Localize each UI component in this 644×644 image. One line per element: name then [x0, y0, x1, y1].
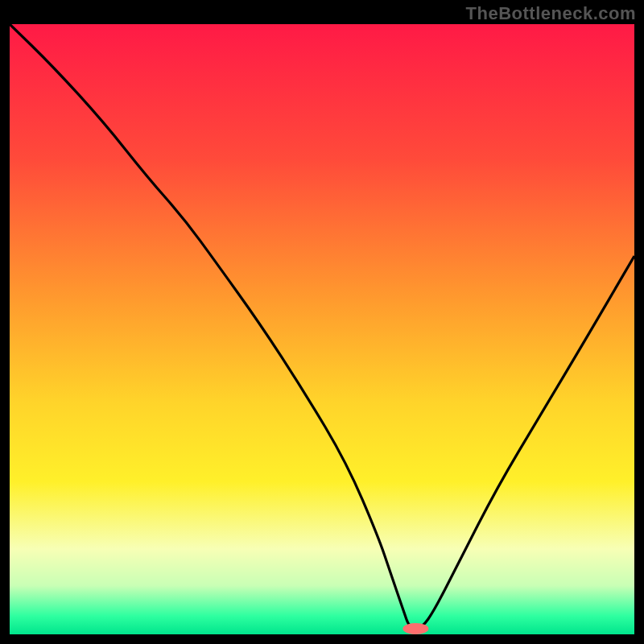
- watermark-text: TheBottleneck.com: [466, 3, 636, 24]
- optimal-marker-icon: [402, 623, 428, 634]
- plot-area: [10, 24, 634, 634]
- chart-svg: [10, 24, 634, 634]
- chart-container: TheBottleneck.com: [0, 0, 644, 644]
- gradient-background: [10, 24, 634, 634]
